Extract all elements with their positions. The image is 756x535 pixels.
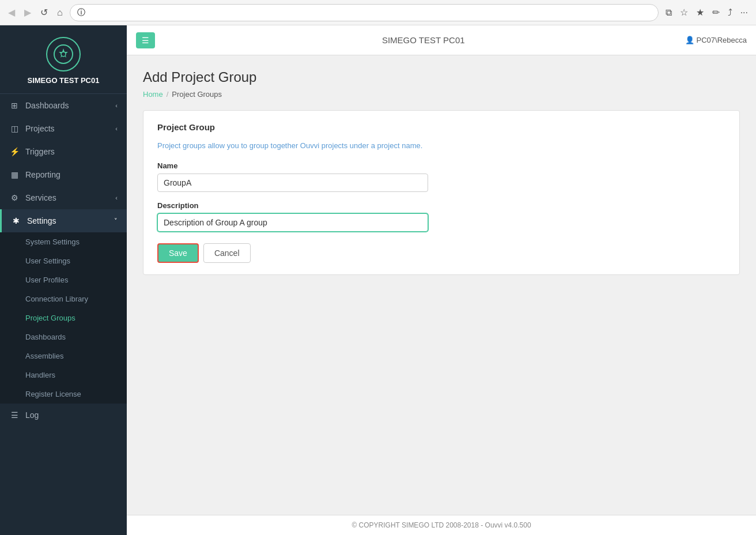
sidebar-logo-text: SIMEGO TEST PC01 bbox=[28, 76, 100, 85]
sub-item-label: Register License bbox=[25, 390, 81, 398]
sidebar-sub-item-assemblies[interactable]: Assemblies bbox=[0, 346, 127, 366]
topbar-title: SIMEGO TEST PC01 bbox=[162, 35, 685, 45]
sub-item-label: Assemblies bbox=[25, 352, 63, 360]
tab-icon[interactable]: ⧉ bbox=[663, 5, 674, 20]
sub-item-label: User Settings bbox=[25, 257, 70, 265]
browser-toolbar-right: ⧉ ☆ ★ ✏ ⤴ ··· bbox=[663, 5, 750, 20]
dashboards-icon: ⊞ bbox=[9, 101, 20, 110]
content-area: Add Project Group Home / Project Groups … bbox=[127, 55, 756, 515]
sub-item-label: User Profiles bbox=[25, 276, 68, 284]
chevron-icon: ‹ bbox=[115, 194, 118, 201]
topbar-user: 👤 PC07\Rebecca bbox=[685, 36, 747, 44]
sidebar-item-label: Log bbox=[25, 410, 118, 420]
more-icon[interactable]: ··· bbox=[738, 5, 750, 20]
name-form-group: Name bbox=[157, 161, 725, 192]
sidebar-sub-item-handlers[interactable]: Handlers bbox=[0, 366, 127, 385]
log-icon: ☰ bbox=[9, 410, 20, 420]
main-content: ☰ SIMEGO TEST PC01 👤 PC07\Rebecca Add Pr… bbox=[127, 25, 756, 535]
bookmark-icon[interactable]: ☆ bbox=[678, 5, 690, 20]
topbar: ☰ SIMEGO TEST PC01 👤 PC07\Rebecca bbox=[127, 25, 756, 55]
form-actions: Save Cancel bbox=[157, 243, 725, 263]
triggers-icon: ⚡ bbox=[9, 147, 20, 156]
forward-button[interactable]: ▶ bbox=[22, 5, 33, 20]
sidebar-item-label: Dashboards bbox=[25, 101, 115, 110]
name-input[interactable] bbox=[157, 174, 428, 192]
breadcrumb-home[interactable]: Home bbox=[143, 90, 163, 99]
back-button[interactable]: ◀ bbox=[6, 5, 17, 20]
reporting-icon: ▦ bbox=[9, 170, 20, 179]
sidebar-item-label: Triggers bbox=[25, 147, 118, 156]
sidebar-sub-item-project-groups[interactable]: Project Groups bbox=[0, 308, 127, 327]
browser-chrome: ◀ ▶ ↺ ⌂ ⓘ ⧉ ☆ ★ ✏ ⤴ ··· bbox=[0, 0, 756, 25]
menu-icon: ☰ bbox=[142, 36, 149, 45]
sidebar-nav: ⊞ Dashboards ‹ ◫ Projects ‹ ⚡ Triggers ▦… bbox=[0, 94, 127, 535]
sidebar-logo: SIMEGO TEST PC01 bbox=[0, 25, 127, 94]
reload-button[interactable]: ↺ bbox=[38, 5, 50, 20]
info-icon: ⓘ bbox=[77, 7, 85, 18]
sub-item-label: Project Groups bbox=[25, 314, 75, 322]
description-label: Description bbox=[157, 201, 725, 210]
cancel-button[interactable]: Cancel bbox=[203, 243, 251, 263]
user-label: PC07\Rebecca bbox=[697, 36, 747, 44]
address-input[interactable] bbox=[89, 8, 651, 17]
sidebar-item-dashboards[interactable]: ⊞ Dashboards ‹ bbox=[0, 94, 127, 117]
pen-icon[interactable]: ✏ bbox=[710, 5, 722, 20]
name-label: Name bbox=[157, 161, 725, 170]
breadcrumb-separator: / bbox=[167, 90, 169, 99]
card-info-text: Project groups allow you to group togeth… bbox=[157, 141, 725, 150]
reading-list-icon[interactable]: ★ bbox=[694, 5, 706, 20]
home-button[interactable]: ⌂ bbox=[55, 5, 65, 20]
chevron-down-icon: ˅ bbox=[114, 217, 118, 225]
logo-icon bbox=[46, 37, 81, 71]
services-icon: ⚙ bbox=[9, 193, 20, 202]
svg-point-1 bbox=[61, 52, 66, 56]
sidebar-sub-item-register-license[interactable]: Register License bbox=[0, 385, 127, 404]
app-container: SIMEGO TEST PC01 ⊞ Dashboards ‹ ◫ Projec… bbox=[0, 25, 756, 535]
sidebar-sub-item-user-settings[interactable]: User Settings bbox=[0, 251, 127, 270]
sidebar-item-log[interactable]: ☰ Log bbox=[0, 404, 127, 427]
sidebar-item-label: Reporting bbox=[25, 170, 118, 179]
share-icon[interactable]: ⤴ bbox=[725, 5, 735, 20]
sidebar-sub-item-user-profiles[interactable]: User Profiles bbox=[0, 270, 127, 289]
settings-icon: ✱ bbox=[11, 216, 21, 225]
sub-item-label: System Settings bbox=[25, 238, 80, 246]
description-form-group: Description bbox=[157, 201, 725, 232]
address-bar[interactable]: ⓘ bbox=[70, 4, 659, 21]
chevron-icon: ‹ bbox=[115, 125, 118, 132]
breadcrumb: Home / Project Groups bbox=[143, 90, 740, 99]
sidebar-item-settings[interactable]: ✱ Settings ˅ bbox=[0, 209, 127, 232]
sidebar-item-label: Services bbox=[25, 193, 115, 202]
sidebar-item-label: Settings bbox=[27, 216, 114, 225]
description-input[interactable] bbox=[157, 213, 428, 232]
project-group-card: Project Group Project groups allow you t… bbox=[143, 110, 740, 275]
footer-text: © COPYRIGHT SIMEGO LTD 2008-2018 - Ouvvi… bbox=[351, 521, 531, 529]
sub-item-label: Connection Library bbox=[25, 295, 88, 303]
breadcrumb-current: Project Groups bbox=[172, 90, 222, 99]
sidebar-item-services[interactable]: ⚙ Services ‹ bbox=[0, 186, 127, 209]
settings-sub-menu: System Settings User Settings User Profi… bbox=[0, 232, 127, 404]
sidebar-item-reporting[interactable]: ▦ Reporting bbox=[0, 163, 127, 186]
sidebar-sub-item-dashboards[interactable]: Dashboards bbox=[0, 327, 127, 346]
user-icon: 👤 bbox=[685, 36, 694, 44]
save-button[interactable]: Save bbox=[157, 243, 199, 263]
card-title: Project Group bbox=[157, 122, 725, 132]
projects-icon: ◫ bbox=[9, 124, 20, 133]
sidebar: SIMEGO TEST PC01 ⊞ Dashboards ‹ ◫ Projec… bbox=[0, 25, 127, 535]
footer: © COPYRIGHT SIMEGO LTD 2008-2018 - Ouvvi… bbox=[127, 515, 756, 535]
sub-item-label: Dashboards bbox=[25, 333, 66, 341]
sidebar-item-label: Projects bbox=[25, 124, 115, 133]
chevron-icon: ‹ bbox=[115, 102, 118, 109]
page-title: Add Project Group bbox=[143, 69, 740, 85]
sidebar-sub-item-connection-library[interactable]: Connection Library bbox=[0, 289, 127, 308]
sidebar-item-projects[interactable]: ◫ Projects ‹ bbox=[0, 117, 127, 140]
topbar-menu-button[interactable]: ☰ bbox=[136, 32, 155, 48]
sidebar-sub-item-system-settings[interactable]: System Settings bbox=[0, 232, 127, 251]
sub-item-label: Handlers bbox=[25, 371, 55, 379]
sidebar-item-triggers[interactable]: ⚡ Triggers bbox=[0, 140, 127, 163]
